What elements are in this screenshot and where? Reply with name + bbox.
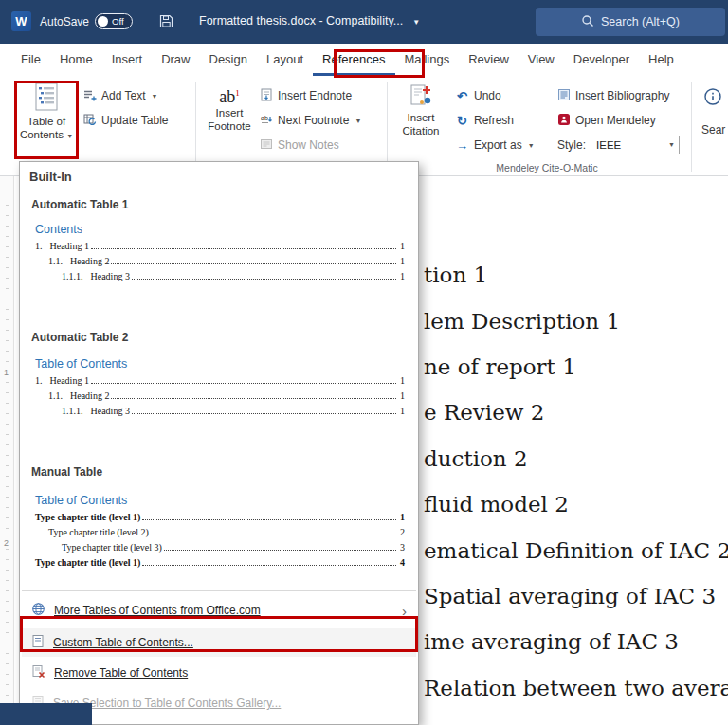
insert-footnote-button[interactable]: ab1 Insert Footnote [205, 83, 254, 133]
remove-toc-icon [31, 664, 46, 681]
manual-table-gallery-item[interactable]: Table of Contents Type chapter title (le… [35, 494, 405, 572]
toc-preview-title: Table of Contents [35, 494, 405, 507]
vertical-ruler[interactable] [0, 176, 14, 725]
open-mendeley-button[interactable]: Open Mendeley [557, 108, 680, 133]
toc-preview-title: Contents [35, 223, 405, 236]
automatic-table-2-label: Automatic Table 2 [31, 331, 128, 344]
toc-preview-row: 1.Heading 11 [35, 241, 405, 251]
chevron-down-icon: ▼ [151, 93, 157, 100]
tab-home[interactable]: Home [50, 44, 102, 76]
document-text-line[interactable]: ne of report 1 [424, 354, 576, 379]
document-text-line[interactable]: ime averaging of IAC 3 [424, 629, 679, 654]
search-placeholder: Search (Alt+Q) [601, 15, 680, 28]
custom-table-of-contents-menu-item[interactable]: Custom Table of Contents... [22, 628, 416, 657]
automatic-table-1-gallery-item[interactable]: Contents 1.Heading 11 1.1.Heading 21 1.1… [35, 223, 405, 286]
footnote-ab-icon: ab1 [219, 83, 240, 106]
word-logo-icon[interactable]: W [11, 11, 31, 31]
style-label: Style: [557, 138, 586, 152]
search-icon [581, 14, 594, 30]
insert-endnote-button[interactable]: Insert Endnote [260, 83, 361, 108]
autosave-state: Off [112, 16, 124, 27]
autosave-label: AutoSave [40, 15, 89, 28]
ruler-mark: 1 [4, 368, 9, 377]
tab-references[interactable]: References [313, 44, 394, 76]
toc-preview-row: 1.1.Heading 21 [35, 390, 405, 401]
tab-review[interactable]: Review [459, 44, 519, 76]
add-text-icon [83, 88, 97, 104]
tab-developer[interactable]: Developer [564, 44, 639, 76]
refresh-button[interactable]: ↻ Refresh [455, 108, 535, 133]
automatic-table-2-gallery-item[interactable]: Table of Contents 1.Heading 11 1.1.Headi… [35, 357, 405, 421]
document-text-line[interactable]: duction 2 [424, 446, 528, 471]
toc-preview-row: Type chapter title (level 1)4 [35, 557, 405, 568]
tab-layout[interactable]: Layout [257, 44, 313, 76]
table-of-contents-button[interactable]: Table of Contents ▼ [14, 82, 79, 143]
mendeley-left-column: ↶ Undo ↻ Refresh → Export as▼ [455, 83, 535, 157]
toc-preview-row: 1.1.1.Heading 31 [35, 271, 405, 281]
title-bar: W AutoSave Off Formatted thesis.docx - C… [0, 0, 728, 44]
toc-preview-row: Type chapter title (level 2)2 [35, 527, 405, 537]
show-notes-button[interactable]: Show Notes [260, 133, 361, 157]
mendeley-group-label: Mendeley Cite-O-Matic [410, 162, 684, 173]
footnotes-group-column: Insert Endnote ab Next Footnote▼ Show No… [260, 83, 361, 157]
undo-icon: ↶ [455, 89, 469, 103]
open-mendeley-icon [557, 113, 571, 129]
toc-dropdown-menu: Built-In Automatic Table 1 Contents 1.He… [19, 161, 419, 725]
chevron-down-icon: ▼ [664, 136, 679, 154]
smart-lookup-icon[interactable] [703, 87, 722, 110]
document-text-line[interactable]: lem Description 1 [424, 309, 620, 334]
tab-design[interactable]: Design [200, 44, 257, 76]
document-text-line[interactable]: ematical Definition of IAC 2 [424, 538, 728, 563]
remove-table-of-contents-menu-item[interactable]: Remove Table of Contents [22, 659, 416, 687]
insert-bibliography-button[interactable]: Insert Bibliography [557, 83, 680, 108]
document-title[interactable]: Formatted thesis.docx - Compatibility...… [199, 14, 420, 27]
next-footnote-button[interactable]: ab Next Footnote▼ [260, 108, 361, 133]
ruler-mark: 2 [4, 538, 9, 548]
toc-preview-row: 1.Heading 11 [35, 375, 405, 386]
toc-preview-row: 1.1.1.Heading 31 [35, 406, 405, 416]
add-text-button[interactable]: Add Text▼ [83, 83, 169, 108]
toc-preview-row: 1.1.Heading 21 [35, 256, 405, 266]
export-as-button[interactable]: → Export as▼ [455, 133, 535, 157]
tab-draw[interactable]: Draw [152, 44, 199, 76]
autosave-toggle[interactable]: AutoSave Off [40, 13, 133, 29]
manual-table-label: Manual Table [31, 465, 102, 479]
document-text-line[interactable]: fluid model 2 [424, 492, 569, 517]
tab-help[interactable]: Help [639, 44, 683, 76]
undo-button[interactable]: ↶ Undo [455, 83, 535, 108]
automatic-table-1-label: Automatic Table 1 [31, 198, 128, 211]
toc-group-column: Add Text▼ Update Table [83, 83, 169, 133]
svg-text:ab: ab [261, 115, 268, 121]
group-separator [387, 82, 388, 172]
tab-file[interactable]: File [11, 44, 50, 76]
chevron-down-icon: ▼ [355, 118, 361, 124]
insert-citation-button[interactable]: Insert Citation [394, 82, 447, 137]
citation-style-row: Style: IEEE ▼ [557, 133, 680, 157]
word-window: W AutoSave Off Formatted thesis.docx - C… [0, 0, 728, 725]
document-text-line[interactable]: tion 1 [424, 263, 487, 287]
chevron-down-icon: ▼ [66, 133, 73, 139]
ribbon-tab-row: File Home Insert Draw Design Layout Refe… [0, 44, 728, 76]
globe-icon [31, 602, 46, 619]
search-box[interactable]: Search (Alt+Q) [536, 8, 725, 36]
menu-separator [22, 590, 416, 591]
bottom-corner-block [0, 703, 92, 725]
toc-preview-row: Type chapter title (level 1)1 [35, 512, 405, 522]
tab-view[interactable]: View [519, 44, 564, 76]
table-of-contents-icon [32, 82, 61, 115]
mendeley-right-column: Insert Bibliography Open Mendeley Style:… [557, 83, 680, 157]
document-text-line[interactable]: Spatial averaging of IAC 3 [424, 584, 716, 608]
update-table-button[interactable]: Update Table [83, 108, 169, 133]
tab-insert[interactable]: Insert [102, 44, 153, 76]
search-group-label: Sear [701, 123, 725, 136]
insert-citation-icon [409, 82, 433, 111]
toc-preview-row: Type chapter title (level 3)3 [35, 542, 405, 553]
document-text-line[interactable]: Relation between two avera [424, 676, 728, 700]
more-tables-office-menu-item[interactable]: More Tables of Contents from Office.com … [22, 596, 416, 625]
style-dropdown[interactable]: IEEE ▼ [591, 136, 680, 154]
save-icon[interactable] [159, 14, 173, 32]
tab-mailings[interactable]: Mailings [395, 44, 460, 76]
next-footnote-icon: ab [260, 113, 273, 129]
autosave-switch[interactable]: Off [95, 13, 133, 29]
document-text-line[interactable]: e Review 2 [424, 400, 544, 425]
